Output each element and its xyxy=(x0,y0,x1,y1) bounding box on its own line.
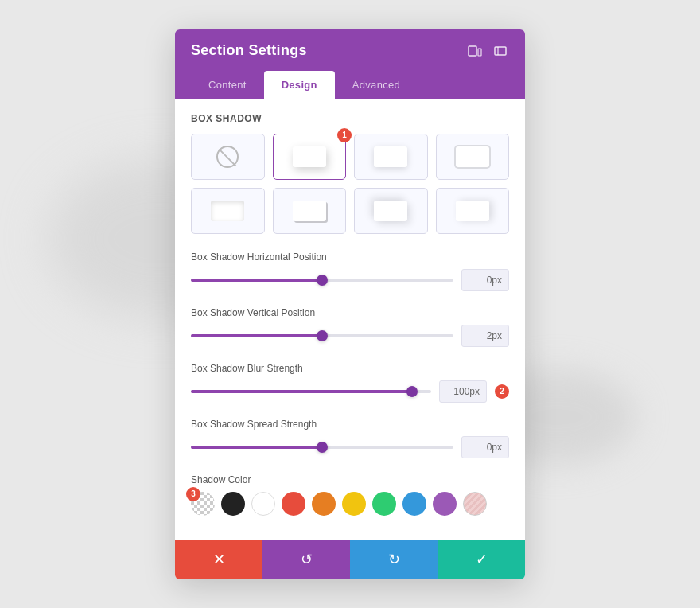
slider-spread-fill xyxy=(191,446,322,449)
shadow-preview-3 xyxy=(456,146,489,167)
color-swatch-red[interactable] xyxy=(282,492,305,516)
color-swatch-green[interactable] xyxy=(372,492,396,516)
panel-footer: ✕ ↺ ↻ ✓ xyxy=(175,540,525,579)
responsive-icon[interactable] xyxy=(466,42,484,60)
slider-blur: Box Shadow Blur Strength 100px 2 xyxy=(191,363,509,403)
panel-icon-row xyxy=(466,42,509,60)
shadow-preview-5 xyxy=(293,201,326,221)
blur-badge: 2 xyxy=(495,384,509,399)
redo-icon: ↻ xyxy=(388,551,400,568)
slider-spread-label: Box Shadow Spread Strength xyxy=(191,419,509,430)
svg-rect-2 xyxy=(495,47,506,55)
color-swatch-yellow[interactable] xyxy=(342,492,366,516)
color-swatch-purple[interactable] xyxy=(433,492,457,516)
slider-vertical-fill xyxy=(191,334,322,337)
slider-vertical-thumb[interactable] xyxy=(317,330,328,341)
shadow-option-1[interactable]: 1 xyxy=(273,134,347,180)
expand-icon[interactable] xyxy=(492,42,509,60)
tab-advanced[interactable]: Advanced xyxy=(335,71,418,99)
shadow-preview-4 xyxy=(211,201,244,221)
color-swatch-black[interactable] xyxy=(221,492,245,516)
slider-vertical-value: 2px xyxy=(461,325,509,347)
shadow-option-3[interactable] xyxy=(436,134,510,180)
shadow-badge-1: 1 xyxy=(337,128,352,142)
cancel-icon: ✕ xyxy=(213,551,225,568)
redo-button[interactable]: ↻ xyxy=(350,540,438,579)
shadow-option-2[interactable] xyxy=(354,134,428,180)
color-swatch-white[interactable] xyxy=(251,492,275,516)
slider-blur-value: 100px xyxy=(439,380,487,403)
shadow-color-label: Shadow Color xyxy=(191,474,509,485)
shadow-option-4[interactable] xyxy=(191,188,265,234)
slider-spread: Box Shadow Spread Strength 0px xyxy=(191,419,509,458)
shadow-preview-7 xyxy=(456,201,489,221)
shadow-preview-6 xyxy=(374,201,407,221)
color-swatch-orange[interactable] xyxy=(312,492,336,516)
tab-bar: Content Design Advanced xyxy=(191,71,509,99)
color-swatch-blue[interactable] xyxy=(402,492,426,516)
svg-rect-0 xyxy=(469,46,476,56)
slider-spread-track[interactable] xyxy=(191,446,453,449)
section-settings-panel: Section Settings Content Design xyxy=(175,29,525,579)
slider-vertical: Box Shadow Vertical Position 2px xyxy=(191,307,509,347)
shadow-option-5[interactable] xyxy=(273,188,347,234)
shadow-color-section: Shadow Color 3 xyxy=(191,474,509,524)
slider-spread-value: 0px xyxy=(461,436,509,458)
no-shadow-icon xyxy=(216,146,239,168)
shadow-option-6[interactable] xyxy=(354,188,428,234)
box-shadow-label: Box Shadow xyxy=(191,113,509,124)
slider-vertical-label: Box Shadow Vertical Position xyxy=(191,307,509,318)
slider-blur-track[interactable] xyxy=(191,390,431,393)
slider-horizontal: Box Shadow Horizontal Position 0px xyxy=(191,251,509,291)
color-swatch-striped[interactable] xyxy=(463,492,487,516)
svg-rect-1 xyxy=(478,49,481,56)
slider-horizontal-fill xyxy=(191,279,322,282)
panel-title: Section Settings xyxy=(191,42,307,59)
slider-blur-thumb[interactable] xyxy=(406,386,418,397)
shadow-option-none[interactable] xyxy=(191,134,265,180)
slider-horizontal-label: Box Shadow Horizontal Position xyxy=(191,251,509,263)
tab-content[interactable]: Content xyxy=(191,71,264,99)
slider-horizontal-thumb[interactable] xyxy=(317,275,328,286)
panel-body: Box Shadow 1 xyxy=(175,99,525,536)
slider-blur-fill xyxy=(191,390,412,393)
save-icon: ✓ xyxy=(476,551,488,568)
cancel-button[interactable]: ✕ xyxy=(175,540,262,579)
color-swatch-row: 3 xyxy=(191,492,509,516)
color-swatch-checker[interactable]: 3 xyxy=(191,492,215,516)
slider-vertical-track[interactable] xyxy=(191,334,453,337)
shadow-preview-1 xyxy=(293,146,326,167)
slider-horizontal-value: 0px xyxy=(461,269,509,291)
reset-button[interactable]: ↺ xyxy=(262,540,350,579)
shadow-style-grid: 1 xyxy=(191,134,509,234)
slider-horizontal-track[interactable] xyxy=(191,279,453,282)
shadow-option-7[interactable] xyxy=(436,188,510,234)
panel-header: Section Settings Content Design xyxy=(175,29,525,99)
reset-icon: ↺ xyxy=(301,551,313,568)
tab-design[interactable]: Design xyxy=(264,71,335,99)
slider-blur-label: Box Shadow Blur Strength xyxy=(191,363,509,374)
color-badge-3: 3 xyxy=(186,487,200,501)
slider-spread-thumb[interactable] xyxy=(317,442,328,453)
shadow-preview-2 xyxy=(374,146,407,167)
save-button[interactable]: ✓ xyxy=(438,540,525,579)
